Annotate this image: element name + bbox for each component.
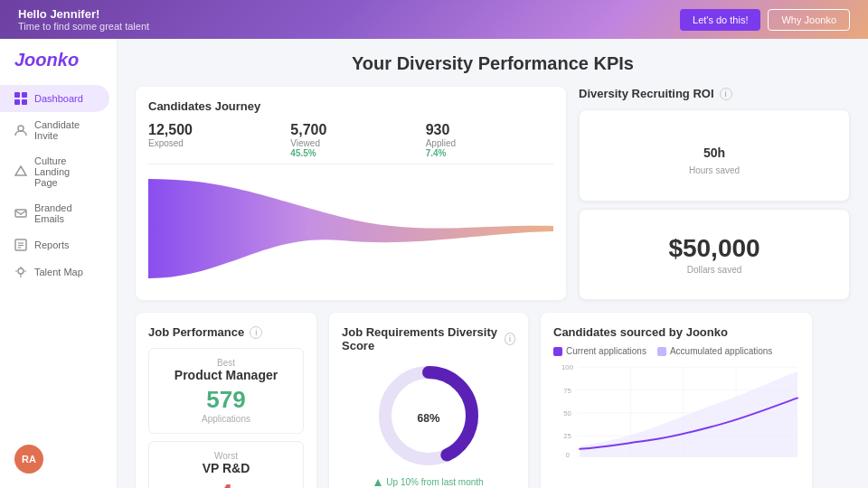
best-label: Best [162, 358, 290, 368]
why-joonko-button[interactable]: Why Joonko [768, 9, 850, 31]
metric-exposed: 12,500 Exposed [148, 122, 283, 158]
reports-icon [14, 239, 27, 251]
sourced-title: Candidates sourced by Joonko [553, 325, 799, 339]
content: Your Diversity Performance KPIs Candidat… [118, 39, 868, 488]
sidebar-item-talent-map[interactable]: Talent Map [0, 258, 109, 286]
sidebar-reports-label: Reports [34, 239, 70, 250]
applied-num: 930 [426, 122, 546, 138]
donut-trend: Up 10% from last month [342, 477, 515, 487]
page-title: Your Diversity Performance KPIs [136, 53, 850, 74]
main-layout: Joonko Dashboard Candidate Invite Cultur… [0, 39, 868, 488]
top-row: Candidates Journey 12,500 Exposed 5,700 … [136, 87, 850, 300]
funnel-svg [148, 170, 553, 287]
sidebar-branded-label: Branded Emails [34, 202, 95, 224]
roi-dollars-value: $50,000 [668, 234, 760, 263]
current-label: Current applications [566, 346, 646, 356]
sidebar-item-candidate-invite[interactable]: Candidate Invite [0, 112, 109, 148]
journey-title: Candidates Journey [148, 99, 553, 113]
svg-text:0: 0 [565, 451, 570, 459]
sourced-chart: 100 75 50 25 0 [553, 361, 799, 461]
svg-rect-0 [14, 92, 20, 98]
sidebar-candidate-label: Candidate Invite [34, 119, 95, 141]
avatar[interactable]: RA [14, 445, 43, 474]
donut-pct-symbol: % [429, 411, 440, 425]
roi-dollars-label: Dollars saved [687, 265, 742, 275]
sidebar-dashboard-label: Dashboard [34, 93, 83, 104]
current-dot [553, 347, 562, 356]
accumulated-label: Accumulated applications [670, 346, 772, 356]
sourced-svg: 100 75 50 25 0 [553, 361, 799, 461]
best-apps: Applications [162, 414, 290, 424]
viewed-label: Viewed [290, 138, 410, 148]
donut-title-row: Job Requirements Diversity Score i [342, 325, 515, 352]
metric-applied: 930 Applied 7.4% [419, 122, 553, 158]
culture-landing-icon [14, 165, 27, 178]
roi-card: Diversity Recruiting ROI i 50h Hours sav… [579, 87, 850, 300]
diversity-score-card: Job Requirements Diversity Score i 68% [329, 313, 528, 488]
bottom-row: Job Performance i Best Product Manager 5… [136, 313, 850, 488]
donut-chart: 68% [374, 361, 483, 470]
worst-number: 4 [162, 479, 290, 488]
roi-info-icon[interactable]: i [720, 88, 732, 100]
lets-do-button[interactable]: Let's do this! [680, 9, 760, 31]
banner-text: Hello Jennifer! Time to find some great … [18, 7, 149, 32]
viewed-pct: 45.5% [290, 148, 410, 158]
candidate-invite-icon [14, 124, 27, 136]
sourced-legend: Current applications Accumulated applica… [553, 346, 799, 356]
job-performance-card: Job Performance i Best Product Manager 5… [136, 313, 316, 488]
svg-marker-5 [15, 166, 26, 175]
applied-label: Applied [426, 138, 546, 148]
sidebar-item-reports[interactable]: Reports [0, 231, 109, 258]
diversity-score-info-icon[interactable]: i [505, 333, 515, 345]
accumulated-dot [657, 347, 666, 356]
sidebar: Joonko Dashboard Candidate Invite Cultur… [0, 39, 118, 488]
legend-current: Current applications [553, 346, 646, 356]
top-banner: Hello Jennifer! Time to find some great … [0, 0, 868, 39]
roi-hours-box: 50h Hours saved [579, 109, 850, 202]
svg-marker-14 [374, 479, 382, 486]
worst-name: VP R&D [162, 461, 290, 475]
logo: Joonko [0, 50, 117, 85]
viewed-num: 5,700 [290, 122, 410, 138]
svg-point-11 [18, 268, 24, 274]
applied-pct: 7.4% [426, 148, 546, 158]
diversity-score-title: Job Requirements Diversity Score [342, 325, 499, 352]
exposed-label: Exposed [148, 138, 276, 148]
dashboard-icon [14, 92, 27, 105]
best-name: Product Manager [162, 368, 290, 382]
logo-text: Joonko [14, 50, 79, 70]
up-arrow-icon [373, 478, 382, 487]
job-perf-title: Job Performance [148, 325, 244, 339]
svg-point-4 [18, 126, 24, 131]
donut-pct-num: 68 [418, 412, 429, 425]
candidates-journey-card: Candidates Journey 12,500 Exposed 5,700 … [136, 87, 566, 300]
sidebar-culture-label: Culture Landing Page [34, 155, 95, 188]
avatar-area: RA [14, 445, 43, 474]
legend-accumulated: Accumulated applications [657, 346, 772, 356]
sidebar-item-branded-emails[interactable]: Branded Emails [0, 195, 109, 231]
banner-buttons: Let's do this! Why Joonko [680, 9, 850, 31]
sourced-card: Candidates sourced by Joonko Current app… [541, 313, 812, 488]
svg-rect-2 [14, 99, 20, 105]
roi-hours-num: 50 [703, 145, 718, 160]
roi-hours-value: 50h [703, 135, 725, 164]
sidebar-item-culture-landing[interactable]: Culture Landing Page [0, 148, 109, 195]
roi-title: Diversity Recruiting ROI [579, 87, 714, 100]
sidebar-item-dashboard[interactable]: Dashboard [0, 85, 109, 112]
svg-text:100: 100 [561, 363, 574, 371]
svg-rect-1 [22, 92, 27, 98]
sidebar-talent-label: Talent Map [34, 267, 83, 277]
banner-subtitle: Time to find some great talent [18, 21, 149, 32]
worst-performer-box: Worst VP R&D 4 [148, 441, 304, 488]
donut-up-text: Up 10% from last month [386, 477, 483, 487]
donut-percentage: 68% [418, 404, 440, 427]
svg-rect-3 [22, 99, 27, 105]
worst-label: Worst [162, 451, 290, 461]
svg-text:25: 25 [563, 432, 571, 440]
metric-viewed: 5,700 Viewed 45.5% [283, 122, 418, 158]
roi-hours-label: Hours saved [689, 165, 740, 175]
funnel-chart [148, 170, 553, 287]
branded-emails-icon [14, 207, 27, 220]
svg-text:50: 50 [563, 409, 571, 418]
job-perf-info-icon[interactable]: i [250, 326, 262, 339]
